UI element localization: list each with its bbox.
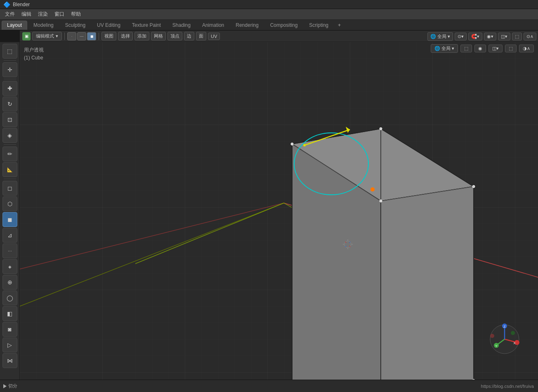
svg-text:Y: Y (495, 344, 498, 348)
svg-text:Z: Z (504, 325, 506, 328)
menu-file[interactable]: 文件 (2, 10, 18, 19)
viewport-info: 用户透视 (1) Cube (24, 46, 44, 62)
svg-point-30 (380, 200, 382, 202)
workspace-tabs: Layout Modeling Sculpting UV Editing Tex… (0, 20, 538, 31)
svg-point-56 (511, 331, 515, 335)
shading-toggle[interactable]: ◑∧ (519, 45, 534, 52)
tab-scripting[interactable]: Scripting (304, 21, 334, 30)
shear-tool[interactable]: ▷ (2, 338, 17, 352)
spin-tool[interactable]: ⊕ (2, 275, 17, 290)
global-icon: 🌐 (430, 34, 436, 39)
tab-uv-editing[interactable]: UV Editing (92, 21, 126, 30)
tab-modeling[interactable]: Modeling (28, 21, 59, 30)
status-url: https://blog.csdn.net/fruiva (481, 384, 534, 389)
svg-point-34 (303, 144, 306, 146)
tab-animation[interactable]: Animation (197, 21, 229, 30)
tab-sculpting[interactable]: Sculpting (60, 21, 91, 30)
mode-dropdown[interactable]: 编辑模式 ▾ (32, 32, 62, 40)
blender-logo: 🔷 (3, 1, 10, 8)
title-text: Blender (13, 2, 30, 7)
bevel-tool[interactable]: ⊿ (2, 228, 17, 243)
view-menu-btn[interactable]: 视图 (101, 32, 116, 40)
left-sidebar: ⬚ ✛ ✚ ↻ ⊡ ◈ ✏ 📐 ◻ ⬡ ◼ ⊿ ⋯ ◈ ⊕ ◯ ◧ ◙ ▷ ⋈ (0, 42, 20, 380)
viewport-shading-solid[interactable]: ◉ (474, 45, 486, 52)
svg-point-26 (472, 185, 475, 188)
shrink-fatten-tool[interactable]: ◙ (2, 322, 17, 337)
xray-btn[interactable]: ⬚ (512, 33, 522, 40)
tool-separator-3 (4, 144, 16, 145)
edge-select-btn[interactable]: — (77, 32, 86, 40)
view-type-label: 用户透视 (24, 46, 44, 54)
3d-viewport[interactable]: 用户透视 (1) Cube 🌐 全局 ▾ ⬚ ◉ ◫▾ ⬚ ◑∧ (20, 42, 538, 380)
snap-btn[interactable]: 🧲▾ (468, 33, 482, 40)
rip-tool[interactable]: ⋈ (2, 353, 17, 368)
face-select-btn[interactable]: ◼ (87, 32, 96, 40)
face-menu-btn[interactable]: 面 (196, 32, 206, 40)
select-box-tool[interactable]: ⬚ (2, 44, 17, 59)
poly-build-tool[interactable]: ◈ (2, 259, 17, 274)
add-cube-tool[interactable]: ◻ (2, 181, 17, 196)
menu-render[interactable]: 渲染 (35, 10, 51, 19)
svg-point-25 (380, 128, 382, 130)
overlay-btn[interactable]: ◫▾ (498, 33, 510, 40)
separator-1 (64, 33, 65, 40)
vertex-select-btn[interactable]: · (67, 32, 76, 40)
viewport-right-controls: 🌐 全局 ▾ ⬚ ◉ ◫▾ ⬚ ◑∧ (431, 44, 534, 53)
uv-menu-btn[interactable]: UV (208, 33, 220, 40)
proportional-btn[interactable]: ◉▾ (484, 33, 496, 40)
smooth-tool[interactable]: ◯ (2, 290, 17, 305)
tool-separator-4 (4, 179, 16, 179)
annotate-tool[interactable]: ✏ (2, 146, 17, 161)
tab-shading[interactable]: Shading (167, 21, 196, 30)
svg-point-35 (370, 187, 375, 191)
add-menu-btn[interactable]: 添加 (134, 32, 149, 40)
menu-window[interactable]: 窗口 (51, 10, 68, 19)
xray-toggle[interactable]: ⬚ (505, 45, 517, 52)
edge-menu-btn[interactable]: 边 (184, 32, 194, 40)
tab-compositing[interactable]: Compositing (265, 21, 303, 30)
svg-point-55 (490, 334, 494, 338)
vertex-menu-btn[interactable]: 顶点 (168, 32, 182, 40)
mesh-menu-btn[interactable]: 网格 (151, 32, 166, 40)
move-tool[interactable]: ✚ (2, 81, 17, 96)
tab-add[interactable]: + (335, 21, 344, 29)
tab-texture-paint[interactable]: Texture Paint (127, 21, 166, 30)
svg-text:X: X (513, 341, 516, 345)
select-menu-btn[interactable]: 选择 (118, 32, 133, 40)
collection-btn[interactable]: 🌐 全局 ▾ (431, 44, 458, 53)
menubar: 文件 编辑 渲染 窗口 帮助 (0, 9, 538, 20)
rotate-tool[interactable]: ↻ (2, 97, 17, 111)
overlay-toggle[interactable]: ◫▾ (488, 45, 503, 52)
tool-separator-2 (4, 79, 16, 79)
viewport-overlay-controls: 🌐 全局 ▾ ⊙▾ 🧲▾ ◉▾ ◫▾ ⬚ ⊙∧ (427, 31, 536, 42)
select-mode-buttons: · — ◼ (67, 32, 96, 40)
statusbar: 切分 https://blog.csdn.net/fruiva (0, 380, 538, 392)
pivot-btn[interactable]: ⊙▾ (455, 33, 467, 40)
measure-tool[interactable]: 📐 (2, 162, 17, 177)
scale-tool[interactable]: ⊡ (2, 112, 17, 127)
global-dropdown[interactable]: 🌐 全局 ▾ (427, 32, 453, 41)
tab-rendering[interactable]: Rendering (230, 21, 264, 30)
separator-2 (99, 33, 99, 40)
shading-dots[interactable]: ⊙∧ (524, 33, 536, 40)
tab-layout[interactable]: Layout (2, 21, 27, 30)
extrude-tool[interactable]: ⬡ (2, 196, 17, 211)
titlebar: 🔷 Blender (0, 0, 538, 9)
object-name-label: (1) Cube (24, 54, 44, 62)
svg-point-24 (291, 143, 293, 145)
menu-edit[interactable]: 编辑 (18, 10, 35, 19)
menu-help[interactable]: 帮助 (68, 10, 84, 19)
object-mode-icon: ▣ (22, 32, 31, 40)
svg-marker-13 (381, 187, 474, 380)
transform-tool[interactable]: ◈ (2, 128, 17, 143)
cursor-tool[interactable]: ✛ (2, 62, 17, 77)
tool-separator-1 (4, 60, 16, 61)
viewport-shading-wire[interactable]: ⬚ (460, 45, 472, 52)
edge-slide-tool[interactable]: ◧ (2, 306, 17, 321)
play-button[interactable]: 切分 (3, 383, 17, 389)
play-icon (3, 384, 7, 388)
loop-cut-tool[interactable]: ⋯ (2, 243, 17, 258)
inset-tool[interactable]: ◼ (2, 212, 17, 227)
viewport-scene: X Y Z (20, 42, 538, 380)
